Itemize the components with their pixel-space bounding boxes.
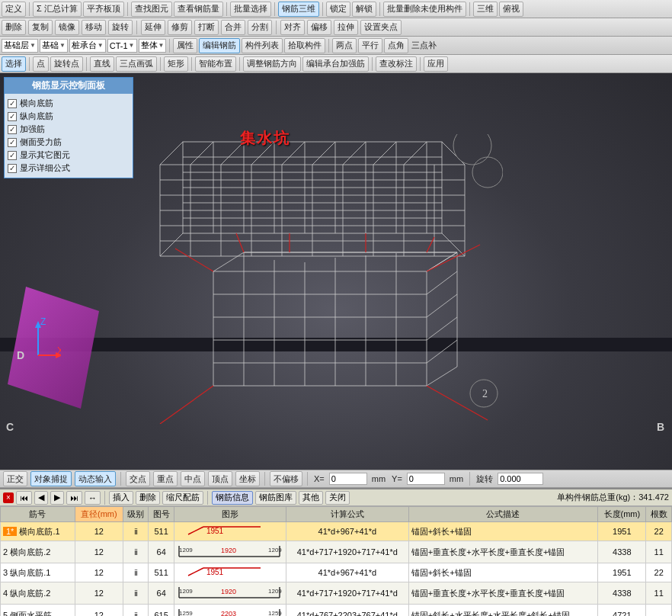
- toolbar-break[interactable]: 打断: [194, 20, 219, 35]
- btn-point-angle[interactable]: 点角: [384, 38, 408, 53]
- nav-prev[interactable]: ◀: [34, 491, 48, 505]
- svg-line-73: [427, 386, 488, 420]
- toolbar-align-top[interactable]: 平齐板顶: [83, 2, 124, 17]
- btn-snap[interactable]: 对象捕捉: [30, 471, 72, 486]
- btn-adjust-direction[interactable]: 调整钢筋方向: [243, 56, 301, 72]
- checkbox-side-force[interactable]: [8, 138, 17, 147]
- dropdown-ct1[interactable]: CT-1 ▼: [107, 39, 137, 53]
- chevron-down-icon4: ▼: [129, 42, 135, 49]
- checkbox-show-formula[interactable]: [8, 164, 17, 173]
- toolbar-batch-delete[interactable]: 批量删除未使用构件: [383, 2, 466, 17]
- coord-x-input[interactable]: [329, 473, 367, 485]
- btn-ortho[interactable]: 正交: [3, 471, 27, 486]
- nav-first[interactable]: ⏮: [16, 491, 32, 505]
- table-row[interactable]: 4 纵向底筋.212ⅱ64 1209 1920 1209 41*d+717+19…: [1, 582, 672, 605]
- btn-insert[interactable]: 插入: [109, 491, 133, 505]
- check-vertical-bottom[interactable]: 纵向底筋: [8, 110, 130, 123]
- btn-close[interactable]: 关闭: [325, 491, 350, 505]
- toolbar-delete[interactable]: 删除: [2, 20, 26, 35]
- check-stiffener[interactable]: 加强筋: [8, 123, 130, 136]
- btn-select[interactable]: 选择: [2, 56, 26, 72]
- btn-apply[interactable]: 应用: [424, 56, 448, 72]
- btn-check-mark[interactable]: 查改标注: [376, 56, 417, 72]
- toolbar-lock[interactable]: 锁定: [326, 2, 350, 17]
- table-row[interactable]: 1* 横向底筋.112ⅱ511 1951 41*d+967+41*d锚固+斜长+…: [1, 522, 672, 541]
- btn-3arc[interactable]: 三点画弧: [116, 56, 157, 72]
- nav-last[interactable]: ⏭: [66, 491, 82, 505]
- checkbox-horizontal-bottom[interactable]: [8, 99, 17, 108]
- btn-heavy-point[interactable]: 重点: [153, 471, 178, 486]
- btn-component-list[interactable]: 构件列表: [242, 38, 283, 53]
- toolbar-extend[interactable]: 延伸: [141, 20, 165, 35]
- btn-scale-rebar[interactable]: 缩尺配筋: [162, 491, 203, 505]
- btn-rotate-point[interactable]: 旋转点: [50, 56, 83, 72]
- btn-rebar-info[interactable]: 钢筋信息: [212, 491, 253, 505]
- toolbar-define[interactable]: 定义: [2, 2, 26, 17]
- btn-edit-rebar[interactable]: 编辑钢筋: [199, 38, 240, 53]
- dropdown-base[interactable]: 基础 ▼: [40, 39, 68, 53]
- btn-smart-layout[interactable]: 智能布置: [195, 56, 236, 72]
- btn-midpoint[interactable]: 中点: [181, 471, 205, 486]
- coord-y-input[interactable]: [407, 473, 445, 485]
- toolbar-rotate[interactable]: 旋转: [108, 20, 133, 35]
- btn-pick-component[interactable]: 拾取构件: [284, 38, 325, 53]
- btn-dynamic-input[interactable]: 动态输入: [75, 471, 116, 486]
- toolbar-align[interactable]: 对齐: [280, 20, 305, 35]
- toolbar-top-view[interactable]: 俯视: [499, 2, 523, 17]
- label-vertical-bottom: 纵向底筋: [20, 111, 53, 122]
- close-red-button[interactable]: ×: [3, 492, 14, 503]
- toolbar-setpoints[interactable]: 设置夹点: [360, 20, 402, 35]
- check-horizontal-bottom[interactable]: 横向底筋: [8, 97, 130, 110]
- btn-delete-row[interactable]: 删除: [136, 491, 160, 505]
- btn-rect[interactable]: 矩形: [164, 56, 188, 72]
- btn-parallel[interactable]: 平行: [358, 38, 382, 53]
- toolbar-find-element[interactable]: 查找图元: [131, 2, 172, 17]
- toolbar-3d[interactable]: 三维: [473, 2, 498, 17]
- wirebox-jishuikeng[interactable]: 2: [137, 134, 503, 424]
- dropdown-whole[interactable]: 整体 ▼: [139, 39, 167, 53]
- btn-others[interactable]: 其他: [299, 491, 323, 505]
- chevron-down-icon: ▼: [30, 42, 36, 49]
- btn-no-offset[interactable]: 不偏移: [270, 471, 302, 486]
- toolbar-mirror[interactable]: 镜像: [55, 20, 79, 35]
- toolbar-batch-select[interactable]: 批量选择: [230, 2, 271, 17]
- toolbar-rebar3d[interactable]: 钢筋三维: [278, 2, 319, 17]
- btn-vertex[interactable]: 顶点: [208, 471, 232, 486]
- toolbar-offset[interactable]: 偏移: [307, 20, 331, 35]
- nav-resize[interactable]: ↔: [85, 491, 101, 505]
- checkbox-vertical-bottom[interactable]: [8, 112, 17, 121]
- btn-point[interactable]: 点: [33, 56, 49, 72]
- dropdown-pilecap[interactable]: 桩承台 ▼: [69, 39, 106, 53]
- check-show-other[interactable]: 显示其它图元: [8, 149, 130, 162]
- btn-property[interactable]: 属性: [173, 38, 197, 53]
- rotate-input[interactable]: [498, 473, 543, 485]
- toolbar-copy[interactable]: 复制: [28, 20, 53, 35]
- table-row[interactable]: 3 纵向底筋.112ⅱ511 1951 41*d+967+41*d锚固+斜长+锚…: [1, 563, 672, 582]
- toolbar-unlock[interactable]: 解锁: [352, 2, 376, 17]
- toolbar-view-rebar[interactable]: 查看钢筋量: [174, 2, 223, 17]
- label-stiffener: 加强筋: [20, 124, 45, 135]
- btn-intersection[interactable]: 交点: [126, 471, 150, 486]
- checkbox-stiffener[interactable]: [8, 125, 17, 134]
- toolbar-merge[interactable]: 合并: [221, 20, 245, 35]
- btn-edit-rebar-pilecap[interactable]: 编辑承台加强筋: [302, 56, 369, 72]
- toolbar-stretch[interactable]: 拉伸: [334, 20, 358, 35]
- nav-next[interactable]: ▶: [50, 491, 64, 505]
- btn-line[interactable]: 直线: [90, 56, 114, 72]
- toolbar-split[interactable]: 分割: [248, 20, 272, 35]
- check-side-force[interactable]: 侧面受力筋: [8, 136, 130, 149]
- toolbar-move[interactable]: 移动: [82, 20, 106, 35]
- checkbox-show-other[interactable]: [8, 151, 17, 160]
- shape-svg: 1209 1920 1209: [177, 542, 283, 560]
- dropdown-floor[interactable]: 基础层 ▼: [2, 39, 38, 53]
- toolbar-trim[interactable]: 修剪: [168, 20, 192, 35]
- check-show-formula[interactable]: 显示详细公式: [8, 162, 130, 175]
- toolbar-summary-calc[interactable]: Σ 汇总计算: [33, 2, 82, 17]
- table-row[interactable]: 5 侧面水平筋12ⅱ615 1259 2203 1259 41*d+767+22…: [1, 605, 672, 617]
- btn-rebar-lib[interactable]: 钢筋图库: [255, 491, 296, 505]
- table-row[interactable]: 2 横向底筋.212ⅱ64 1209 1920 1209 41*d+717+19…: [1, 541, 672, 563]
- btn-two-points[interactable]: 两点: [332, 38, 357, 53]
- cell-count: 11: [646, 582, 672, 605]
- cell-shape: 1209 1920 1209: [174, 582, 286, 605]
- btn-coord[interactable]: 坐标: [235, 471, 260, 486]
